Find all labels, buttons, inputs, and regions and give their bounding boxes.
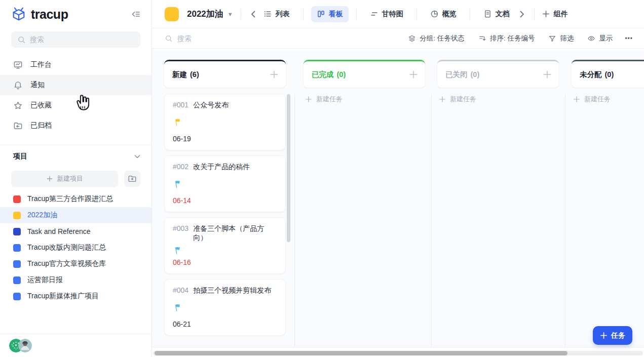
project-item[interactable]: 运营部日报: [0, 272, 151, 288]
sidebar-item-workbench[interactable]: 工作台: [0, 55, 151, 75]
project-color-swatch: [13, 195, 21, 203]
chevron-down-icon[interactable]: [133, 152, 141, 161]
tab-label: 列表: [276, 10, 290, 19]
new-task-fab[interactable]: 任务: [593, 326, 632, 345]
project-item[interactable]: Tracup改版内测问题汇总: [0, 240, 151, 256]
flag-icon: [173, 118, 182, 127]
new-task-link[interactable]: 新建任务: [437, 95, 559, 104]
collapse-sidebar-icon[interactable]: [129, 8, 142, 21]
new-task-link[interactable]: 新建任务: [572, 95, 644, 104]
folder-plus-icon: [128, 174, 137, 183]
group-by-control[interactable]: 分组: 任务状态: [408, 34, 465, 43]
funnel-icon: [548, 34, 556, 43]
add-task-icon[interactable]: [408, 69, 419, 80]
projects-section-header[interactable]: 项目: [0, 146, 151, 167]
flag-icon: [173, 303, 182, 312]
layers-icon: [408, 34, 416, 43]
avatar-group[interactable]: [9, 339, 32, 352]
project-item[interactable]: Tracup第三方合作跟进汇总: [0, 191, 151, 207]
divider: [470, 9, 470, 20]
more-options-icon[interactable]: •••: [625, 35, 633, 42]
project-list: Tracup第三方合作跟进汇总 2022加油 Task and Referenc…: [0, 191, 151, 304]
divider: [356, 9, 357, 20]
sidebar-item-archived[interactable]: 已归档: [0, 115, 151, 136]
archive-icon: [13, 121, 23, 131]
column-separator: [565, 94, 565, 347]
sort-label: 排序: 任务编号: [490, 34, 535, 43]
new-task-label: 新建任务: [316, 95, 343, 104]
list-icon: [263, 10, 272, 18]
project-color-swatch: [13, 212, 21, 219]
task-due-date: 06-14: [173, 196, 277, 205]
tab-kanban-view[interactable]: 看板: [311, 6, 349, 22]
sidebar-item-label: 通知: [30, 81, 45, 90]
horizontal-scrollbar-track[interactable]: [153, 351, 643, 355]
task-card[interactable]: #001 公众号发布 06-19: [164, 94, 286, 150]
card-list: #001 公众号发布 06-19 #002 改关于产品的稿件 06-14: [164, 94, 286, 336]
column-header[interactable]: 未分配 (0): [572, 60, 644, 88]
kanban-column-new: 新建 (6) #001 公众号发布 06-19 #002: [164, 60, 286, 336]
caret-down-icon[interactable]: ▼: [228, 11, 233, 17]
board-toolbar: 分组: 任务状态 排序: 任务编号 筛选 显示 •••: [152, 29, 644, 49]
add-component-button[interactable]: 组件: [542, 10, 568, 19]
plus-icon: [542, 10, 550, 18]
task-card[interactable]: #002 改关于产品的稿件 06-14: [164, 155, 286, 212]
board-search-input[interactable]: [177, 34, 329, 43]
sidebar-search-input[interactable]: [30, 35, 134, 44]
filter-control[interactable]: 筛选: [548, 34, 574, 43]
sort-control[interactable]: 排序: 任务编号: [478, 34, 535, 43]
kanban-column-unassigned: 未分配 (0) 新建任务: [572, 60, 644, 104]
sidebar-item-label: 工作台: [30, 60, 52, 69]
task-id: #003: [173, 224, 188, 243]
project-item[interactable]: Tracup新媒体推广项目: [0, 288, 151, 304]
divider: [241, 9, 241, 20]
new-task-link[interactable]: 新建任务: [304, 95, 425, 104]
tab-label: 看板: [329, 10, 343, 19]
sidebar-item-favorites[interactable]: 已收藏: [0, 95, 151, 115]
sidebar-divider: [0, 145, 151, 145]
tab-gantt-view[interactable]: 甘特图: [364, 6, 409, 22]
new-task-fab-label: 任务: [611, 331, 625, 340]
add-task-icon[interactable]: [542, 69, 553, 80]
column-header[interactable]: 已关闭 (0): [437, 60, 559, 88]
project-color-swatch: [13, 276, 21, 284]
display-control[interactable]: 显示: [587, 34, 613, 43]
kanban-board: 新建 (6) #001 公众号发布 06-19 #002: [152, 49, 644, 347]
project-name: Tracup官方文章视频仓库: [27, 259, 106, 268]
doc-icon: [483, 10, 492, 18]
app-logo[interactable]: tracup: [11, 7, 68, 22]
new-task-label: 新建任务: [450, 95, 476, 104]
new-folder-button[interactable]: [124, 171, 140, 187]
project-title[interactable]: 2022加油: [187, 8, 223, 20]
group-by-label: 分组: 任务状态: [420, 34, 465, 43]
task-title: 改关于产品的稿件: [193, 163, 250, 172]
column-title: 已关闭: [445, 70, 468, 80]
column-header[interactable]: 已完成 (0): [304, 60, 425, 88]
flag-icon: [173, 246, 182, 255]
horizontal-scrollbar-thumb[interactable]: [155, 351, 567, 355]
sidebar-footer: [0, 334, 151, 357]
column-count: (0): [337, 70, 346, 78]
task-card[interactable]: #004 拍摄三个视频并剪辑发布 06-21: [164, 279, 286, 336]
project-item-active[interactable]: 2022加油: [0, 207, 151, 223]
new-project-button[interactable]: 新建项目: [11, 171, 118, 187]
sidebar-item-notifications[interactable]: 通知: [0, 75, 151, 95]
add-task-icon[interactable]: [269, 69, 280, 80]
chevron-right-icon[interactable]: [517, 10, 526, 19]
column-separator: [431, 94, 432, 347]
plus-icon: [305, 96, 312, 103]
column-header[interactable]: 新建 (6): [164, 60, 286, 88]
project-item[interactable]: Tracup官方文章视频仓库: [0, 256, 151, 272]
column-vertical-scrollbar[interactable]: [287, 94, 290, 242]
project-item[interactable]: Task and Reference: [0, 223, 151, 240]
sidebar-item-label: 已归档: [30, 121, 52, 130]
tab-overview[interactable]: 概览: [425, 6, 462, 22]
board-search[interactable]: [165, 34, 394, 43]
tab-docs[interactable]: 文档: [478, 6, 515, 22]
star-icon: [13, 101, 23, 110]
task-card[interactable]: #003 准备三个脚本（产品方向） 06-16: [164, 217, 286, 274]
chevron-left-icon[interactable]: [249, 10, 258, 19]
tab-list-view[interactable]: 列表: [258, 6, 295, 22]
task-due-date: 06-21: [173, 320, 277, 328]
sidebar-search[interactable]: [11, 31, 140, 48]
